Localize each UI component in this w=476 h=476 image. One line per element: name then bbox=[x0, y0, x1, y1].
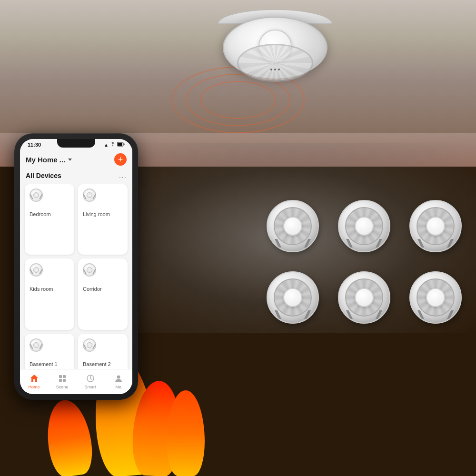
device-name-basement1: Basement 1 bbox=[30, 361, 69, 367]
wifi-icon bbox=[110, 142, 116, 148]
battery-icon bbox=[117, 142, 125, 148]
detector-icon-basement2 bbox=[83, 338, 96, 352]
nav-smart[interactable]: Smart bbox=[80, 373, 101, 389]
svg-rect-4 bbox=[63, 375, 66, 378]
grill-right bbox=[92, 194, 96, 199]
smartphone: 11:30 ▲ bbox=[14, 133, 138, 400]
svg-rect-1 bbox=[118, 143, 122, 146]
device-card-livingroom[interactable]: Living room bbox=[78, 184, 128, 255]
grill-right bbox=[39, 269, 43, 274]
phone-notch bbox=[57, 139, 95, 148]
more-options-icon[interactable]: ... bbox=[119, 171, 127, 180]
smart-nav-icon bbox=[85, 373, 96, 384]
small-detector-2 bbox=[338, 200, 395, 257]
flame-4 bbox=[42, 397, 95, 476]
svg-rect-3 bbox=[59, 375, 62, 378]
home-title-area[interactable]: My Home ... bbox=[26, 156, 72, 164]
dot-1 bbox=[270, 69, 272, 70]
add-device-button[interactable]: + bbox=[114, 153, 127, 166]
small-detector-4 bbox=[267, 271, 324, 328]
detector-icon-kidsroom bbox=[30, 263, 43, 277]
sd-button-6[interactable] bbox=[426, 288, 445, 307]
detector-grill bbox=[237, 44, 313, 82]
grill-right bbox=[92, 269, 96, 274]
small-detector-3 bbox=[409, 200, 466, 257]
small-detector-6 bbox=[409, 271, 466, 328]
sd-button-4[interactable] bbox=[283, 288, 302, 307]
home-nav-icon bbox=[29, 373, 40, 384]
sd-body-3 bbox=[409, 200, 462, 252]
grill-right bbox=[92, 344, 96, 349]
home-label: My Home ... bbox=[26, 156, 65, 164]
sd-button-1[interactable] bbox=[283, 217, 302, 236]
device-name-livingroom: Living room bbox=[83, 211, 123, 217]
detector-body bbox=[223, 17, 327, 79]
all-devices-title: All Devices bbox=[26, 172, 61, 179]
section-header: All Devices ... bbox=[20, 169, 132, 184]
device-card-kidsroom[interactable]: Kids room bbox=[25, 258, 74, 329]
nav-scene[interactable]: Scene bbox=[52, 373, 73, 389]
nav-me-label: Me bbox=[115, 385, 121, 389]
app-content: My Home ... + All Devices ... bbox=[20, 149, 132, 394]
sd-body-6 bbox=[409, 271, 462, 324]
svg-point-8 bbox=[117, 376, 120, 379]
nav-me[interactable]: Me bbox=[108, 373, 129, 389]
detectors-grid bbox=[267, 200, 466, 328]
status-icons: ▲ bbox=[104, 142, 125, 148]
small-detector-1 bbox=[267, 200, 324, 257]
main-smoke-detector bbox=[213, 10, 337, 86]
grill-left bbox=[83, 194, 87, 199]
signal-icon: ▲ bbox=[104, 142, 109, 148]
status-time: 11:30 bbox=[28, 142, 41, 148]
sd-button-5[interactable] bbox=[355, 288, 374, 307]
small-detector-5 bbox=[338, 271, 395, 328]
nav-scene-label: Scene bbox=[56, 385, 69, 389]
grill-left bbox=[30, 269, 33, 274]
phone-body: 11:30 ▲ bbox=[14, 133, 138, 400]
device-name-kidsroom: Kids room bbox=[30, 286, 69, 292]
phone-screen: 11:30 ▲ bbox=[20, 139, 132, 394]
grill-left bbox=[83, 344, 87, 349]
device-card-corridor[interactable]: Corridor bbox=[78, 258, 128, 329]
sd-button-2[interactable] bbox=[355, 217, 374, 236]
svg-rect-6 bbox=[63, 379, 66, 382]
dot-2 bbox=[274, 69, 276, 70]
nav-home[interactable]: Home bbox=[24, 373, 45, 389]
detector-icon-bedroom bbox=[30, 188, 43, 202]
dot-3 bbox=[278, 69, 280, 70]
detector-icon-corridor bbox=[83, 263, 96, 277]
app-header: My Home ... + bbox=[20, 149, 132, 169]
scene-nav-icon bbox=[57, 373, 68, 384]
device-grid: Bedroom Living room bbox=[20, 184, 132, 394]
grill-left bbox=[83, 269, 87, 274]
sd-body-4 bbox=[267, 271, 319, 324]
detector-icon-livingroom bbox=[83, 188, 96, 202]
svg-rect-5 bbox=[59, 379, 62, 382]
sd-body-5 bbox=[338, 271, 390, 324]
grill-right bbox=[39, 194, 43, 199]
detector-icon-basement1 bbox=[30, 338, 43, 352]
sd-body-2 bbox=[338, 200, 390, 252]
svg-rect-2 bbox=[124, 144, 125, 145]
grill-left bbox=[30, 344, 33, 349]
sd-button-3[interactable] bbox=[426, 217, 445, 236]
nav-home-label: Home bbox=[28, 385, 40, 389]
device-name-corridor: Corridor bbox=[83, 286, 123, 292]
grill-left bbox=[30, 194, 33, 199]
grill-right bbox=[39, 344, 43, 349]
sd-body-1 bbox=[267, 200, 319, 252]
home-dropdown-icon bbox=[68, 159, 72, 161]
device-name-basement2: Basement 2 bbox=[83, 361, 123, 367]
nav-smart-label: Smart bbox=[84, 385, 96, 389]
me-nav-icon bbox=[113, 373, 124, 384]
detector-indicator-dots bbox=[270, 69, 280, 70]
device-card-bedroom[interactable]: Bedroom bbox=[25, 184, 74, 255]
device-name-bedroom: Bedroom bbox=[30, 211, 69, 217]
bottom-navigation: Home Scene bbox=[20, 369, 132, 394]
